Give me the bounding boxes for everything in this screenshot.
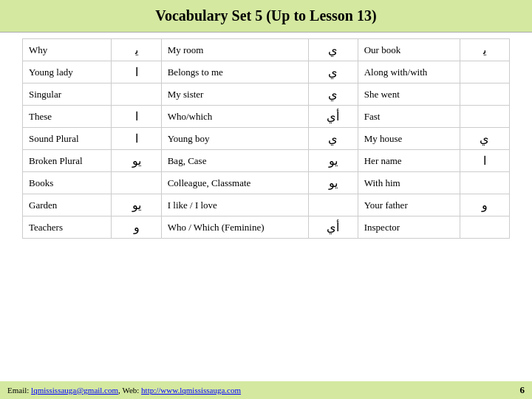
cell-r8-c1: و (112, 216, 161, 239)
cell-r5-c1: يو (112, 150, 161, 172)
cell-r2-c1 (112, 83, 161, 106)
cell-r0-c3: ي (308, 39, 358, 61)
cell-r5-c4: Her name (358, 150, 460, 172)
cell-r2-c2: My sister (161, 83, 308, 106)
cell-r1-c0: Young lady (23, 61, 112, 83)
table-row: Sound PluralاYoung boyيMy houseي (23, 128, 510, 150)
email-link[interactable]: lqmississauga@gmail.com (31, 386, 118, 395)
cell-r5-c0: Broken Plural (23, 150, 112, 172)
cell-r7-c1: يو (112, 194, 161, 216)
table-row: GardenيوI like / I loveYour fatherو (23, 194, 510, 216)
vocabulary-table-wrapper: WhyﻳMy roomيOur bookﻳYoung ladyاBelongs … (0, 33, 532, 245)
cell-r5-c2: Bag, Case (161, 150, 308, 172)
table-row: BooksColleague, ClassmateيوWith him (23, 172, 510, 194)
cell-r2-c5 (460, 83, 509, 106)
footer-contact: Email: lqmississauga@gmail.com, Web: htt… (7, 386, 241, 395)
cell-r8-c0: Teachers (23, 216, 112, 239)
email-label: Email: (7, 386, 31, 395)
table-row: Young ladyاBelongs to meيAlong with/with (23, 61, 510, 83)
footer: Email: lqmississauga@gmail.com, Web: htt… (0, 381, 532, 399)
page-title: Vocabulary Set 5 (Up to Lesson 13) (155, 7, 376, 24)
cell-r0-c5: ﻳ (460, 39, 509, 61)
table-row: Broken PluralيوBag, CaseيوHer nameا (23, 150, 510, 172)
cell-r6-c4: With him (358, 172, 460, 194)
cell-r7-c5: و (460, 194, 509, 216)
cell-r6-c5 (460, 172, 509, 194)
page-number: 6 (520, 384, 525, 396)
cell-r7-c2: I like / I love (161, 194, 308, 216)
cell-r3-c0: These (23, 106, 112, 128)
cell-r0-c0: Why (23, 39, 112, 61)
cell-r3-c1: ا (112, 106, 161, 128)
cell-r1-c1: ا (112, 61, 161, 83)
cell-r3-c3: أي (308, 106, 358, 128)
cell-r1-c2: Belongs to me (161, 61, 308, 83)
cell-r4-c2: Young boy (161, 128, 308, 150)
cell-r8-c2: Who / Which (Feminine) (161, 216, 308, 239)
cell-r4-c0: Sound Plural (23, 128, 112, 150)
cell-r7-c3 (308, 194, 358, 216)
table-row: WhyﻳMy roomيOur bookﻳ (23, 39, 510, 61)
table-row: SingularMy sisterيShe went (23, 83, 510, 106)
cell-r5-c5: ا (460, 150, 509, 172)
cell-r6-c1 (112, 172, 161, 194)
header: Vocabulary Set 5 (Up to Lesson 13) (0, 0, 532, 33)
cell-r4-c5: ي (460, 128, 509, 150)
cell-r7-c4: Your father (358, 194, 460, 216)
table-row: TeachersوWho / Which (Feminine)أيInspect… (23, 216, 510, 239)
cell-r6-c2: Colleague, Classmate (161, 172, 308, 194)
cell-r2-c3: ي (308, 83, 358, 106)
vocabulary-table: WhyﻳMy roomيOur bookﻳYoung ladyاBelongs … (22, 38, 510, 239)
cell-r5-c3: يو (308, 150, 358, 172)
cell-r8-c3: أي (308, 216, 358, 239)
cell-r6-c0: Books (23, 172, 112, 194)
web-link[interactable]: http://www.lqmississauga.com (141, 386, 241, 395)
cell-r0-c2: My room (161, 39, 308, 61)
table-row: TheseاWho/whichأيFast (23, 106, 510, 128)
cell-r6-c3: يو (308, 172, 358, 194)
web-label: Web: (122, 386, 141, 395)
cell-r2-c4: She went (358, 83, 460, 106)
cell-r8-c4: Inspector (358, 216, 460, 239)
cell-r3-c2: Who/which (161, 106, 308, 128)
cell-r3-c5 (460, 106, 509, 128)
cell-r1-c5 (460, 61, 509, 83)
cell-r1-c3: ي (308, 61, 358, 83)
cell-r4-c1: ا (112, 128, 161, 150)
cell-r2-c0: Singular (23, 83, 112, 106)
cell-r1-c4: Along with/with (358, 61, 460, 83)
cell-r8-c5 (460, 216, 509, 239)
cell-r0-c1: ﻳ (112, 39, 161, 61)
cell-r4-c3: ي (308, 128, 358, 150)
cell-r3-c4: Fast (358, 106, 460, 128)
cell-r7-c0: Garden (23, 194, 112, 216)
cell-r4-c4: My house (358, 128, 460, 150)
cell-r0-c4: Our book (358, 39, 460, 61)
